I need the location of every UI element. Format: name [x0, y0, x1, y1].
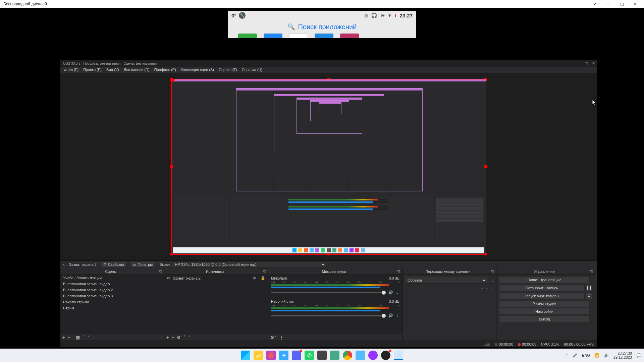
- selected-source-bounds[interactable]: [171, 79, 486, 255]
- scene-up-button[interactable]: ˄: [83, 335, 85, 340]
- mixer-menu-icon[interactable]: ⋮: [396, 313, 399, 318]
- dock-popout-icon[interactable]: ⧉: [491, 269, 494, 274]
- obs-taskbar-icon[interactable]: [381, 351, 390, 360]
- obs-preview[interactable]: [60, 73, 597, 260]
- remove-transition-button[interactable]: −: [486, 287, 488, 291]
- scene-item[interactable]: Стрим: [60, 305, 164, 311]
- settings-button[interactable]: Настройки: [499, 308, 590, 315]
- speaker-icon[interactable]: 🔊: [388, 290, 393, 295]
- source-down-button[interactable]: ˅: [189, 335, 191, 340]
- transition-select[interactable]: Обрезка: [405, 277, 487, 284]
- dock-popout-icon[interactable]: ⧉: [159, 269, 162, 274]
- close-icon[interactable]: ✕: [629, 2, 642, 6]
- menu-edit[interactable]: Правка (E): [83, 68, 102, 72]
- dnd-icon: ⊖: [381, 12, 385, 18]
- tray-volume-icon[interactable]: 🔊: [604, 353, 609, 358]
- app-icon[interactable]: [289, 34, 308, 38]
- tray-clock[interactable]: 23:27:30 29.12.2023: [613, 351, 632, 359]
- start-streaming-button[interactable]: Начать трансляцию: [499, 277, 590, 283]
- menu-help[interactable]: Справка (H): [242, 68, 262, 72]
- app-icon[interactable]: [317, 351, 327, 360]
- virtual-camera-settings-button[interactable]: ⚙: [586, 292, 592, 299]
- discord-icon[interactable]: [292, 351, 301, 360]
- source-settings-button[interactable]: ⚙: [177, 335, 181, 340]
- chrome-icon[interactable]: [343, 351, 352, 360]
- remove-source-button[interactable]: −: [172, 335, 174, 340]
- app-icon[interactable]: [330, 351, 339, 360]
- filters-button[interactable]: ☱ Фильтры: [131, 262, 155, 267]
- mixer-menu-icon[interactable]: ⋮: [396, 290, 399, 295]
- status-live: 00:00:00: [495, 342, 513, 346]
- tray-wifi-icon[interactable]: 📶: [595, 353, 599, 358]
- scene-item[interactable]: Внеплановая запись видео: [60, 281, 164, 287]
- studio-mode-button[interactable]: Режим студии: [499, 300, 590, 307]
- cast-taskbar-icon[interactable]: ⎚: [394, 351, 403, 360]
- menu-profile[interactable]: Профиль (P): [154, 68, 176, 72]
- scene-item[interactable]: Внеплановая запись видео 3: [60, 293, 164, 299]
- menu-docks[interactable]: Док-панели (D): [124, 68, 150, 72]
- app-icon[interactable]: [264, 34, 282, 38]
- screen-select[interactable]: HP X24c: 644x362 @ 0,0 (Основной монит…: [172, 261, 326, 267]
- start-virtual-camera-button[interactable]: Запуск вирт. камеры: [499, 293, 584, 299]
- dock-mixer-title: Микшер звука: [270, 269, 397, 274]
- scene-down-button[interactable]: ˅: [88, 335, 90, 340]
- phone-search-bar[interactable]: 🔍 Поиск приложений: [228, 20, 416, 34]
- source-item[interactable]: ▭ Захват экрана 2 👁 🔒: [164, 275, 268, 281]
- app-icon[interactable]: [238, 34, 257, 38]
- menu-scenes[interactable]: Коллекция сцен (S): [181, 68, 214, 72]
- tray-notifications-icon[interactable]: 💬: [637, 353, 641, 358]
- wifi-icon: ▾: [388, 12, 391, 18]
- scene-filter-button[interactable]: ▦: [76, 335, 80, 340]
- telegram-icon[interactable]: ✈: [279, 351, 288, 360]
- scene-item[interactable]: Учеба / Запись лекции: [60, 275, 164, 281]
- obs-maximize-icon[interactable]: ▢: [585, 61, 588, 66]
- mixer-menu-button[interactable]: ⋮: [279, 335, 284, 340]
- visibility-toggle-icon[interactable]: 👁: [253, 276, 257, 280]
- app-icon[interactable]: [368, 351, 378, 360]
- add-scene-button[interactable]: +: [62, 335, 65, 340]
- dock-mixer: Микшер звука ⧉ Микр/доп 0.0 dB -60-55-50…: [268, 268, 402, 341]
- firefox-icon[interactable]: [266, 351, 276, 360]
- cast-icon: ⎚: [365, 13, 368, 18]
- mixer-volume-slider[interactable]: [271, 292, 386, 293]
- screen-label: Экран: [159, 262, 170, 266]
- status-fps: 60.00 / 60.00 FPS: [564, 342, 594, 346]
- scene-item[interactable]: Начало стрима: [60, 299, 164, 305]
- obs-minimize-icon[interactable]: —: [577, 61, 581, 66]
- transition-menu-button[interactable]: ⋮: [490, 286, 494, 291]
- whatsapp-icon[interactable]: ✆: [305, 351, 314, 360]
- obs-close-icon[interactable]: ✕: [592, 61, 595, 66]
- remove-scene-button[interactable]: −: [68, 335, 70, 340]
- stop-recording-button[interactable]: Остановить запись: [499, 285, 584, 291]
- scene-item[interactable]: Внеплановая запись видео 2: [60, 287, 164, 293]
- mixer-settings-button[interactable]: ⚙˅: [270, 335, 277, 340]
- start-button[interactable]: [241, 351, 250, 360]
- mixer-volume-slider[interactable]: [271, 315, 386, 316]
- app-icon[interactable]: [340, 34, 359, 38]
- dock-popout-icon[interactable]: ⧉: [263, 269, 266, 274]
- minimize-icon[interactable]: —: [602, 2, 615, 6]
- tray-chevron-icon[interactable]: ˄: [566, 353, 568, 358]
- add-source-button[interactable]: +: [166, 335, 169, 340]
- lock-toggle-icon[interactable]: 🔒: [261, 276, 265, 280]
- maximize-icon[interactable]: ▢: [615, 2, 629, 6]
- tray-language[interactable]: ENG: [582, 353, 590, 357]
- pause-recording-button[interactable]: ❚❚: [586, 284, 592, 291]
- source-up-button[interactable]: ˄: [183, 335, 186, 340]
- transition-props-icon[interactable]: ⌄: [489, 278, 496, 283]
- menu-tools[interactable]: Сервис (T): [219, 68, 237, 72]
- add-transition-button[interactable]: +: [481, 287, 483, 291]
- app-icon[interactable]: [315, 34, 333, 38]
- menu-file[interactable]: Файл (F): [64, 68, 78, 72]
- speaker-icon[interactable]: 🔊: [388, 313, 393, 318]
- expand-icon[interactable]: ⤢: [588, 2, 602, 6]
- properties-button[interactable]: ⚙ Свойства: [101, 262, 126, 267]
- exit-button[interactable]: Выход: [499, 316, 590, 322]
- dock-popout-icon[interactable]: ⧉: [397, 269, 400, 274]
- tray-mic-icon[interactable]: 🎤: [573, 353, 577, 358]
- app-icon[interactable]: [356, 351, 365, 360]
- menu-view[interactable]: Вид (V): [106, 68, 119, 72]
- dock-popout-icon[interactable]: ⧉: [590, 269, 593, 274]
- explorer-icon[interactable]: 📁: [254, 351, 263, 360]
- obs-status-bar: ▁▃▅ 00:00:00 00:00:03 CPU: 3,1% 60.00 / …: [60, 341, 597, 347]
